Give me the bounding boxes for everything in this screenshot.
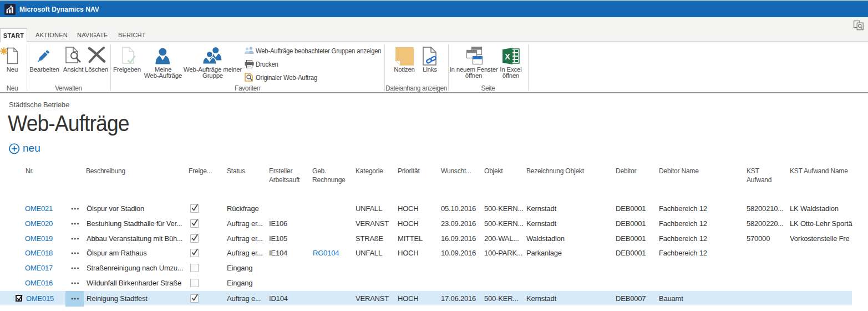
svg-text:X: X xyxy=(505,52,510,61)
